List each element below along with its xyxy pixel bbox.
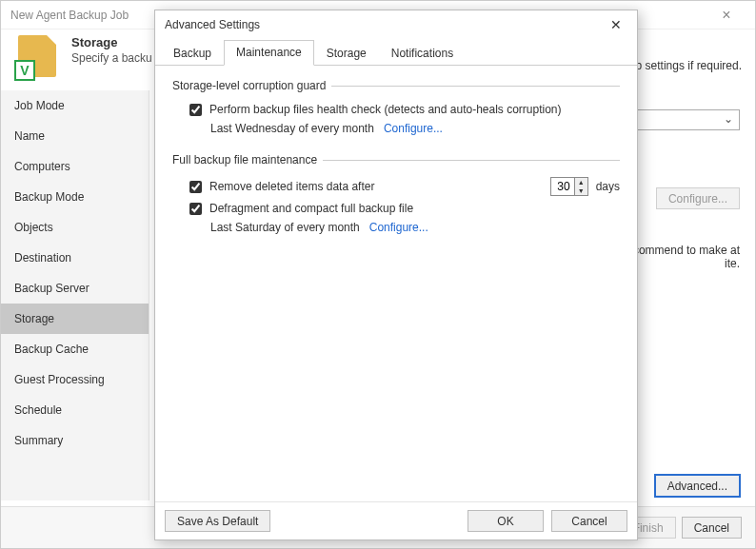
storage-icon: V xyxy=(14,35,60,81)
sidebar-item[interactable]: Job Mode xyxy=(1,90,149,121)
sidebar-item[interactable]: Summary xyxy=(1,425,149,456)
days-unit: days xyxy=(596,180,620,193)
corruption-guard-group: Storage-level corruption guard Perform b… xyxy=(172,79,620,138)
health-check-label: Perform backup files health check (detec… xyxy=(209,103,562,116)
sidebar-item[interactable]: Backup Server xyxy=(1,273,149,304)
advanced-button[interactable]: Advanced... xyxy=(655,475,740,497)
wizard-title: New Agent Backup Job xyxy=(10,1,129,29)
defrag-schedule: Last Saturday of every month xyxy=(210,221,360,234)
days-input[interactable] xyxy=(551,178,574,195)
page-subtitle-left: Specify a backu xyxy=(71,51,152,65)
sidebar-item[interactable]: Guest Processing xyxy=(1,364,149,395)
sidebar-item[interactable]: Backup Mode xyxy=(1,182,149,212)
ok-button[interactable]: OK xyxy=(468,510,544,532)
close-icon[interactable]: ✕ xyxy=(605,17,627,32)
tab-notifications[interactable]: Notifications xyxy=(379,41,466,66)
defrag-option[interactable]: Defragment and compact full backup file xyxy=(172,199,620,218)
page-title: Storage xyxy=(71,35,152,49)
dialog-cancel-button[interactable]: Cancel xyxy=(551,510,627,532)
tab-storage[interactable]: Storage xyxy=(314,41,379,66)
remove-deleted-checkbox[interactable] xyxy=(189,181,202,193)
page-subtitle-right: ob settings if required. xyxy=(629,59,742,72)
advanced-settings-dialog: Advanced Settings ✕ BackupMaintenanceSto… xyxy=(154,10,638,540)
days-up-icon[interactable]: ▲ xyxy=(575,178,587,186)
dialog-titlebar: Advanced Settings ✕ xyxy=(155,10,637,39)
wizard-sidebar: Job ModeNameComputersBackup ModeObjectsD… xyxy=(1,90,149,500)
wizard-close-icon[interactable]: × xyxy=(707,1,746,29)
sidebar-item[interactable]: Destination xyxy=(1,243,149,273)
corruption-guard-legend: Storage-level corruption guard xyxy=(172,79,331,92)
dialog-tabs: BackupMaintenanceStorageNotifications xyxy=(155,39,637,66)
remove-deleted-label: Remove deleted items data after xyxy=(209,180,374,193)
configure-button: Configure... xyxy=(656,187,740,209)
sidebar-item[interactable]: Storage xyxy=(1,304,149,334)
dialog-title: Advanced Settings xyxy=(165,18,260,31)
sidebar-item[interactable]: Objects xyxy=(1,212,149,243)
sidebar-item[interactable]: Name xyxy=(1,121,149,151)
dialog-footer: Save As Default OK Cancel xyxy=(155,501,637,539)
file-maintenance-legend: Full backup file maintenance xyxy=(172,153,323,167)
defrag-configure-link[interactable]: Configure... xyxy=(369,221,428,234)
save-as-default-button[interactable]: Save As Default xyxy=(165,510,270,532)
sidebar-item[interactable]: Computers xyxy=(1,151,149,182)
days-stepper[interactable]: ▲ ▼ xyxy=(550,177,588,196)
file-maintenance-group: Full backup file maintenance Remove dele… xyxy=(172,153,620,237)
defrag-checkbox[interactable] xyxy=(189,203,202,215)
wizard-cancel-button[interactable]: Cancel xyxy=(682,517,742,539)
wizard-heading: Storage Specify a backu xyxy=(71,35,152,65)
health-check-configure-link[interactable]: Configure... xyxy=(384,122,443,135)
health-check-checkbox[interactable] xyxy=(189,104,202,116)
defrag-label: Defragment and compact full backup file xyxy=(209,202,413,215)
sidebar-item[interactable]: Backup Cache xyxy=(1,334,149,364)
dialog-body: Storage-level corruption guard Perform b… xyxy=(155,66,637,501)
health-check-schedule: Last Wednesday of every month xyxy=(210,122,374,135)
tab-maintenance[interactable]: Maintenance xyxy=(224,40,314,66)
tab-backup[interactable]: Backup xyxy=(161,41,224,66)
days-down-icon[interactable]: ▼ xyxy=(575,186,587,195)
health-check-option[interactable]: Perform backup files health check (detec… xyxy=(172,100,620,119)
sidebar-item[interactable]: Schedule xyxy=(1,395,149,425)
